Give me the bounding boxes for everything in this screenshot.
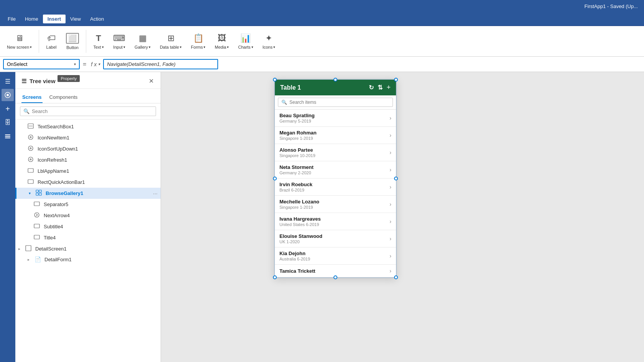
media-btn-label: Media — [215, 45, 226, 49]
ribbon-text[interactable]: T Text ▾ — [89, 28, 108, 54]
hamburger-icon[interactable]: ☰ — [2, 75, 14, 87]
menu-bar: File Home Insert View Action — [0, 12, 644, 26]
fx-icon: f — [91, 61, 92, 67]
tree-item-nextarrow4[interactable]: NextArrow4 — [15, 210, 161, 221]
title-bar: FirstApp1 - Saved (Up... — [0, 0, 644, 12]
ribbon-sep-1 — [39, 30, 39, 53]
ribbon-media[interactable]: 🖼 Media ▾ — [211, 28, 233, 54]
tab-components[interactable]: Components — [49, 92, 79, 103]
fx-x: x — [94, 61, 97, 67]
tree-title-container: ☰ Tree view — [21, 78, 56, 85]
add-icon[interactable]: + — [2, 103, 14, 115]
database-icon[interactable]: 🗄 — [2, 116, 14, 129]
ribbon-icons[interactable]: ✦ Icons ▾ — [259, 28, 279, 54]
ribbon-button[interactable]: ⬜ Button — [62, 28, 83, 54]
tab-screens[interactable]: Screens — [21, 92, 43, 103]
menu-insert[interactable]: Insert — [43, 15, 66, 23]
tree-item-iconrefresh1[interactable]: IconRefresh1 — [15, 154, 161, 165]
text-btn-arrow: ▾ — [102, 45, 104, 49]
title-icon — [34, 234, 41, 241]
tree-search-input[interactable] — [32, 108, 153, 114]
gallery-icon: ▦ — [139, 33, 147, 43]
property-dropdown[interactable]: OnSelect ▾ Property — [3, 59, 80, 69]
resize-handle-top-right[interactable] — [394, 78, 398, 82]
list-item-detail: Germany 2-2020 — [279, 170, 389, 175]
ribbon-charts[interactable]: 📊 Charts ▾ — [234, 28, 257, 54]
tree-item-separator5[interactable]: Separator5 — [15, 199, 161, 210]
app-list-item[interactable]: Kia Dejohn Australia 6-2019 › — [275, 247, 396, 265]
tree-item-detailscreen1[interactable]: ▸ DetailScreen1 — [15, 243, 161, 254]
ribbon-new-screen[interactable]: 🖥 New screen ▾ — [3, 28, 36, 54]
data-table-btn-arrow: ▾ — [180, 45, 182, 49]
resize-handle-left[interactable] — [273, 177, 277, 180]
ribbon-forms[interactable]: 📋 Forms ▾ — [187, 28, 209, 54]
charts-btn-arrow: ▾ — [251, 45, 253, 49]
tree-item-detailform1[interactable]: ▸ 📄 DetailForm1 — [15, 254, 161, 264]
resize-handle-right[interactable] — [394, 177, 398, 180]
app-list-item[interactable]: Irvin Roebuck Brazil 6-2019 › — [275, 179, 396, 196]
resize-handle-bottom[interactable] — [334, 275, 337, 279]
refresh-icon[interactable]: ↻ — [369, 84, 374, 91]
app-list-item[interactable]: Mechelle Lozano Singapore 1-2019 › — [275, 196, 396, 213]
left-sidebar: ☰ + 🗄 — [0, 72, 15, 362]
resize-handle-bottom-left[interactable] — [273, 275, 277, 279]
tree-title-text: Tree view — [30, 78, 56, 84]
menu-home[interactable]: Home — [20, 15, 43, 23]
list-item-detail: Brazil 6-2019 — [279, 188, 389, 192]
detailscreen1-label: DetailScreen1 — [35, 246, 67, 252]
app-list-item[interactable]: Elouise Stanwood UK 1-2020 › — [275, 230, 396, 247]
svg-rect-25 — [34, 235, 39, 239]
label-btn-label: Label — [46, 45, 57, 49]
tree-close-btn[interactable]: ✕ — [148, 77, 154, 85]
menu-view[interactable]: View — [66, 15, 85, 23]
gallery-btn-arrow: ▾ — [149, 45, 151, 49]
search-icon: 🔍 — [23, 108, 30, 114]
ribbon-input[interactable]: ⌨ Input ▾ — [109, 28, 129, 54]
ribbon-label[interactable]: 🏷 Label — [42, 28, 61, 54]
new-screen-label: New screen — [7, 45, 29, 49]
ribbon-data-table[interactable]: ⊞ Data table ▾ — [156, 28, 186, 54]
tree-item-subtitle4[interactable]: Subtitle4 — [15, 221, 161, 232]
app-preview: Table 1 ↻ ⇅ + 🔍 Beau Spratling Germany 5… — [274, 79, 397, 278]
list-item-content: Beau Spratling Germany 5-2019 — [279, 113, 389, 123]
menu-action[interactable]: Action — [85, 15, 108, 23]
tree-item-browsegallery1[interactable]: ▾ BrowseGallery1 ··· — [15, 188, 161, 199]
svg-rect-3 — [5, 136, 10, 137]
resize-handle-top[interactable] — [334, 78, 337, 82]
menu-file[interactable]: File — [3, 15, 20, 23]
tree-item-lblappname1[interactable]: LblAppName1 — [15, 165, 161, 177]
app-search-box[interactable]: 🔍 — [278, 98, 393, 107]
svg-rect-26 — [26, 246, 31, 251]
app-table-header-icons: ↻ ⇅ + — [369, 84, 391, 92]
add-item-icon[interactable]: + — [386, 84, 391, 92]
tree-item-title4[interactable]: Title4 — [15, 232, 161, 243]
list-item-content: Megan Rohman Singapore 1-2019 — [279, 130, 389, 141]
list-item-name: Megan Rohman — [279, 130, 389, 136]
tree-item-iconsortupdown1[interactable]: IconSortUpDown1 — [15, 143, 161, 154]
svg-rect-20 — [36, 193, 38, 195]
gallery-more-btn[interactable]: ··· — [153, 190, 158, 197]
list-item-content: Elouise Stanwood UK 1-2020 — [279, 233, 389, 244]
charts-btn-label: Charts — [238, 45, 250, 49]
resize-handle-top-left[interactable] — [273, 78, 277, 82]
tree-item-rectquickactionbar1[interactable]: RectQuickActionBar1 — [15, 177, 161, 188]
tree-item-textsearchbox1[interactable]: TextSearchBox1 — [15, 121, 161, 132]
app-list-item[interactable]: Megan Rohman Singapore 1-2019 › — [275, 127, 396, 144]
button-icon: ⬜ — [66, 33, 79, 44]
app-search-input[interactable] — [289, 100, 389, 105]
svg-rect-16 — [28, 169, 33, 172]
sort-icon[interactable]: ⇅ — [378, 84, 383, 91]
app-list-item[interactable]: Beau Spratling Germany 5-2019 › — [275, 110, 396, 127]
formula-input-box[interactable]: Navigate(DetailScreen1, Fade) — [103, 59, 218, 69]
ribbon-gallery[interactable]: ▦ Gallery ▾ — [131, 28, 154, 54]
tree-search-box[interactable]: 🔍 — [20, 106, 156, 116]
app-list-item[interactable]: Ivana Hargreaves United States 6-2019 › — [275, 213, 396, 230]
media-icon: 🖼 — [218, 33, 226, 43]
resize-handle-bottom-right[interactable] — [394, 275, 398, 279]
tree-item-iconnewitem1[interactable]: IconNewItem1 — [15, 132, 161, 143]
controls-icon[interactable] — [2, 130, 14, 143]
app-list-item[interactable]: Neta Storment Germany 2-2020 › — [275, 161, 396, 179]
app-list-item[interactable]: Alonso Partee Singapore 10-2019 › — [275, 144, 396, 161]
layers-icon[interactable] — [2, 89, 14, 101]
tree-content: TextSearchBox1 IconNewItem1 IconSortUpDo… — [15, 120, 161, 362]
